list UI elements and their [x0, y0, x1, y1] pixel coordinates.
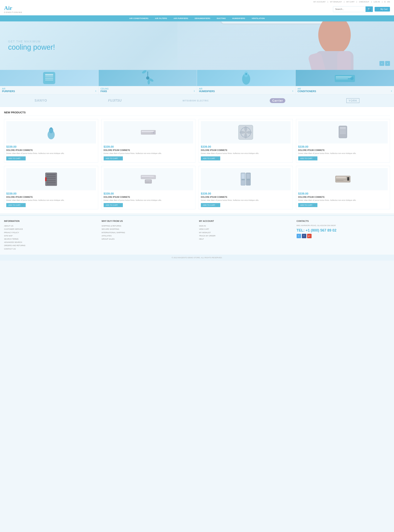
brand-carrier[interactable]: Carrier [270, 98, 285, 103]
product-card-4: $339.00 DOLORE IPSUM COMMETE Donec vitae… [296, 119, 390, 163]
nav-ducting[interactable]: DUCTING [213, 15, 229, 21]
brand-fujitsu[interactable]: FUJITSU [108, 99, 122, 103]
product-desc-5: Donec vitae diam of purus luctus finiss.… [6, 199, 96, 202]
footer-my-wishlist[interactable]: MY WISHLIST [199, 231, 293, 234]
product-img-4 [298, 121, 388, 144]
product-price-4: $339.00 [298, 145, 388, 148]
svg-rect-11 [45, 76, 53, 77]
hero-next-button[interactable]: › [385, 61, 390, 66]
add-to-cart-btn-5[interactable]: ADD TO CART 🛒 [6, 203, 26, 207]
my-account-link[interactable]: MY ACCOUNT [313, 1, 326, 3]
site-logo[interactable]: Air CONDITIONING [4, 5, 22, 13]
footer-my-account: MY ACCOUNT SIGN IN VIEW CART MY WISHLIST… [199, 220, 293, 251]
language-selector[interactable]: En [387, 1, 390, 3]
product-price-2: $339.00 [104, 145, 193, 148]
svg-rect-63 [247, 174, 250, 178]
checkout-link[interactable]: CHECKOUT [359, 1, 369, 3]
footer: INFORMATION ABOUT US CUSTOMER SERVICE PR… [0, 215, 394, 255]
nav-dehumidifiers[interactable]: DEHUMIDIFIERS [192, 15, 214, 21]
search-input[interactable] [333, 7, 366, 11]
product-name-1: DOLORE IPSUM COMMETE [6, 149, 96, 151]
cat-img-purifiers [0, 70, 98, 86]
footer-view-cart[interactable]: VIEW CART [199, 227, 293, 231]
product-name-6: DOLORE IPSUM COMMETE [104, 196, 193, 198]
product-img-1 [6, 121, 96, 144]
footer-help[interactable]: HELP [199, 238, 293, 241]
add-to-cart-btn-7[interactable]: ADD TO CART 🛒 [201, 203, 220, 207]
add-to-cart-btn-6[interactable]: ADD TO CART 🛒 [104, 203, 123, 207]
product-price-7: $339.00 [201, 192, 290, 195]
my-wishlist-link[interactable]: MY WISHLIST [330, 1, 342, 3]
product-name-3: DOLORE IPSUM COMMETE [201, 149, 290, 151]
footer-site-map[interactable]: SITE MAP [4, 234, 98, 238]
footer-telephone: TEL: +1 (800) 567 89 02 [297, 228, 390, 232]
cart-button[interactable]: 🛒 My Cart [375, 7, 390, 11]
sep3: | [356, 1, 357, 3]
nav-humidifiers[interactable]: HUMIDIFIERS [229, 15, 249, 21]
cat-arrow-purifiers: › [95, 89, 96, 93]
svg-rect-62 [241, 174, 245, 178]
cat-air-humidifiers[interactable]: AIR HUMIDIFIERS › [197, 70, 296, 94]
svg-rect-68 [336, 179, 348, 180]
svg-rect-1 [221, 21, 329, 24]
svg-rect-23 [336, 76, 352, 77]
footer-affiliates[interactable]: AFFILIATES [102, 234, 195, 238]
product-card-6: $339.00 DOLORE IPSUM COMMETE Donec vitae… [101, 166, 196, 210]
add-to-cart-btn-3[interactable]: ADD TO CART 🛒 [201, 156, 220, 160]
svg-point-15 [141, 70, 147, 74]
footer-customer-service[interactable]: CUSTOMER SERVICE [4, 227, 98, 231]
add-to-cart-btn-1[interactable]: ADD TO CART 🛒 [6, 156, 26, 160]
my-cart-link[interactable]: MY CART [346, 1, 354, 3]
hero-title: cooling power! [8, 43, 55, 52]
brand-york[interactable]: YORK [346, 98, 359, 103]
footer-contact-us[interactable]: CONTACT US [4, 247, 98, 251]
product-img-5 [6, 168, 96, 190]
svg-rect-31 [142, 133, 151, 133]
facebook-icon[interactable]: f [302, 234, 306, 238]
add-to-cart-btn-8[interactable]: ADD TO CART 🛒 [298, 203, 318, 207]
search-form: 🔍 [333, 6, 373, 12]
sep1: | [327, 1, 328, 3]
category-grid: AIR PURIFIERS › CEILING FANS › [0, 70, 394, 94]
twitter-icon[interactable]: t [297, 234, 301, 238]
brand-mitsubishi[interactable]: MITSUBISHI ELECTRIC [183, 100, 209, 102]
cat-air-purifiers[interactable]: AIR PURIFIERS › [0, 70, 98, 94]
footer-advanced-search[interactable]: ADVANCED SEARCH [4, 241, 98, 244]
nav-air-purifiers[interactable]: AIR PURIFIERS [170, 15, 192, 21]
currency-selector[interactable]: $ [384, 1, 385, 3]
footer-about-us[interactable]: ABOUT US [4, 224, 98, 227]
product-desc-6: Donec vitae diam of purus luctus finiss.… [104, 199, 193, 202]
login-link[interactable]: LOG IN [374, 1, 380, 3]
footer-privacy-policy[interactable]: PRIVACY POLICY [4, 231, 98, 234]
googleplus-icon[interactable]: g+ [307, 234, 311, 238]
cat-img-fans [98, 70, 197, 86]
add-to-cart-btn-2[interactable]: ADD TO CART 🛒 [104, 156, 123, 160]
footer-shipping-returns[interactable]: SHIPPING & RETURNS [102, 224, 195, 227]
cat-air-conditioners[interactable]: AIR CONDITIONERS › [296, 70, 394, 94]
product-desc-8: Donec vitae diam of purus luctus finiss.… [298, 199, 388, 202]
search-button[interactable]: 🔍 [366, 6, 373, 12]
products-grid: $339.00 DOLORE IPSUM COMMETE Donec vitae… [4, 119, 390, 209]
footer-search-terms[interactable]: SEARCH TERMS [4, 238, 98, 241]
cat-arrow-conditioners: › [391, 89, 392, 93]
nav-air-conditioners[interactable]: AIR CONDITIONERS [126, 15, 152, 21]
svg-rect-12 [45, 78, 53, 79]
product-card-2: $339.00 DOLORE IPSUM COMMETE Donec vitae… [101, 119, 196, 163]
footer-orders-returns[interactable]: ORDERS AND RETURNS [4, 244, 98, 247]
add-to-cart-btn-4[interactable]: ADD TO CART 🛒 [298, 156, 318, 160]
footer-international-shipping[interactable]: INTERNATIONAL SHIPPING [102, 231, 195, 234]
footer-sign-in[interactable]: SIGN IN [199, 224, 293, 227]
footer-group-sales[interactable]: GROUP SALES [102, 238, 195, 241]
svg-rect-65 [247, 179, 250, 180]
footer-track-my-order[interactable]: TRACK MY ORDER [199, 234, 293, 238]
nav-ventilation[interactable]: VENTILATION [249, 15, 268, 21]
svg-rect-71 [348, 178, 349, 178]
product-img-2 [104, 121, 193, 144]
nav-air-filters[interactable]: AIR FILTERS [152, 15, 170, 21]
hero-subtitle: GET THE MAXIMUM [8, 40, 55, 43]
brand-sanyo[interactable]: SANYO [35, 99, 47, 103]
footer-secure-shopping[interactable]: SECURE SHOPPING [102, 227, 195, 231]
cat-ceiling-fans[interactable]: CEILING FANS › [98, 70, 197, 94]
svg-point-37 [244, 133, 247, 138]
hero-prev-button[interactable]: ‹ [379, 61, 384, 66]
